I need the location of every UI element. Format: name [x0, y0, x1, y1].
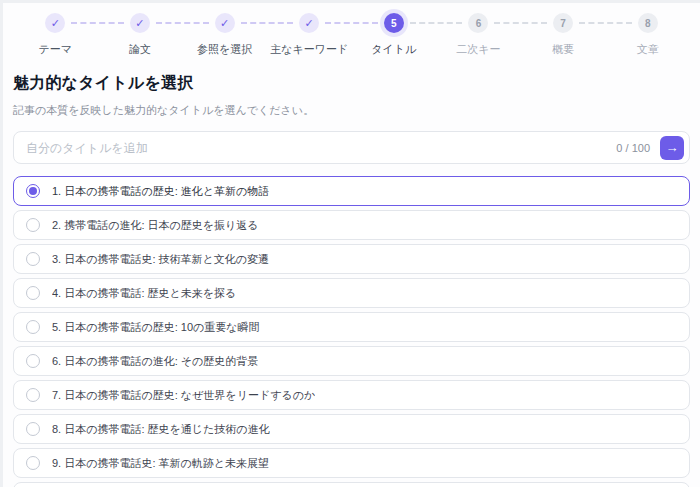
title-option[interactable]: 9. 日本の携帯電話史: 革新の軌跡と未来展望 — [13, 448, 690, 478]
step-label: テーマ — [39, 42, 73, 57]
title-option-label: 1. 日本の携帯電話の歴史: 進化と革新の物語 — [52, 184, 269, 199]
title-option[interactable]: 3. 日本の携帯電話史: 技術革新と文化の変遷 — [13, 244, 690, 274]
step-check-icon: ✓ — [299, 13, 319, 33]
arrow-right-icon: → — [666, 141, 679, 154]
title-option[interactable]: 5. 日本の携帯電話の歴史: 10の重要な瞬間 — [13, 312, 690, 342]
radio-icon[interactable] — [26, 456, 40, 470]
custom-title-input-row: 0 / 100 → — [13, 131, 690, 164]
title-option-partial[interactable] — [13, 482, 690, 487]
char-counter: 0 / 100 — [616, 142, 650, 154]
radio-icon[interactable] — [26, 218, 40, 232]
title-option[interactable]: 8. 日本の携帯電話: 歴史を通じた技術の進化 — [13, 414, 690, 444]
step-number: 8 — [638, 13, 658, 33]
radio-icon[interactable] — [26, 286, 40, 300]
step-number: 7 — [553, 13, 573, 33]
step-check-icon: ✓ — [45, 13, 65, 33]
step-secondary-keys[interactable]: 6 二次キー — [436, 11, 521, 57]
step-label: 主なキーワード — [270, 42, 348, 57]
title-option-label: 7. 日本の携帯電話の歴史: なぜ世界をリードするのか — [52, 388, 315, 403]
submit-title-button[interactable]: → — [660, 136, 684, 160]
custom-title-input[interactable] — [26, 141, 606, 155]
step-label: 論文 — [129, 42, 151, 57]
radio-icon[interactable] — [26, 252, 40, 266]
title-option[interactable]: 2. 携帯電話の進化: 日本の歴史を振り返る — [13, 210, 690, 240]
radio-icon[interactable] — [26, 320, 40, 334]
step-label: 二次キー — [456, 42, 500, 57]
step-title-current[interactable]: 5 タイトル — [352, 11, 437, 57]
step-article[interactable]: ✓ 論文 — [98, 11, 183, 57]
wizard-stepper: ✓ テーマ ✓ 論文 ✓ 参照を選択 ✓ 主なキーワード 5 タイトル 6 二次… — [13, 11, 690, 57]
step-number: 5 — [384, 13, 404, 33]
step-label: 文章 — [637, 42, 659, 57]
title-option-label: 9. 日本の携帯電話史: 革新の軌跡と未来展望 — [52, 456, 269, 471]
title-option-label: 5. 日本の携帯電話の歴史: 10の重要な瞬間 — [52, 320, 260, 335]
title-selection-page: ✓ テーマ ✓ 論文 ✓ 参照を選択 ✓ 主なキーワード 5 タイトル 6 二次… — [0, 0, 700, 487]
title-option-label: 4. 日本の携帯電話: 歴史と未来を探る — [52, 286, 236, 301]
page-subtitle: 記事の本質を反映した魅力的なタイトルを選んでください。 — [13, 103, 690, 118]
title-options-list: 1. 日本の携帯電話の歴史: 進化と革新の物語 2. 携帯電話の進化: 日本の歴… — [13, 176, 690, 487]
radio-icon[interactable] — [26, 184, 40, 198]
step-number: 6 — [468, 13, 488, 33]
title-option-label: 3. 日本の携帯電話史: 技術革新と文化の変遷 — [52, 252, 269, 267]
page-title: 魅力的なタイトルを選択 — [13, 73, 690, 94]
title-option[interactable]: 1. 日本の携帯電話の歴史: 進化と革新の物語 — [13, 176, 690, 206]
title-option[interactable]: 7. 日本の携帯電話の歴史: なぜ世界をリードするのか — [13, 380, 690, 410]
title-option-label: 2. 携帯電話の進化: 日本の歴史を振り返る — [52, 218, 259, 233]
step-main-keywords[interactable]: ✓ 主なキーワード — [267, 11, 352, 57]
radio-icon[interactable] — [26, 388, 40, 402]
step-label: タイトル — [371, 42, 416, 57]
step-text[interactable]: 8 文章 — [605, 11, 690, 57]
step-check-icon: ✓ — [215, 13, 235, 33]
title-option-label: 6. 日本の携帯電話の進化: その歴史的背景 — [52, 354, 258, 369]
step-label: 参照を選択 — [197, 42, 252, 57]
step-label: 概要 — [552, 42, 574, 57]
step-outline[interactable]: 7 概要 — [521, 11, 606, 57]
radio-icon[interactable] — [26, 422, 40, 436]
title-option[interactable]: 6. 日本の携帯電話の進化: その歴史的背景 — [13, 346, 690, 376]
title-option[interactable]: 4. 日本の携帯電話: 歴史と未来を探る — [13, 278, 690, 308]
step-check-icon: ✓ — [130, 13, 150, 33]
radio-icon[interactable] — [26, 354, 40, 368]
step-select-references[interactable]: ✓ 参照を選択 — [182, 11, 267, 57]
title-option-label: 8. 日本の携帯電話: 歴史を通じた技術の進化 — [52, 422, 270, 437]
step-theme[interactable]: ✓ テーマ — [13, 11, 98, 57]
